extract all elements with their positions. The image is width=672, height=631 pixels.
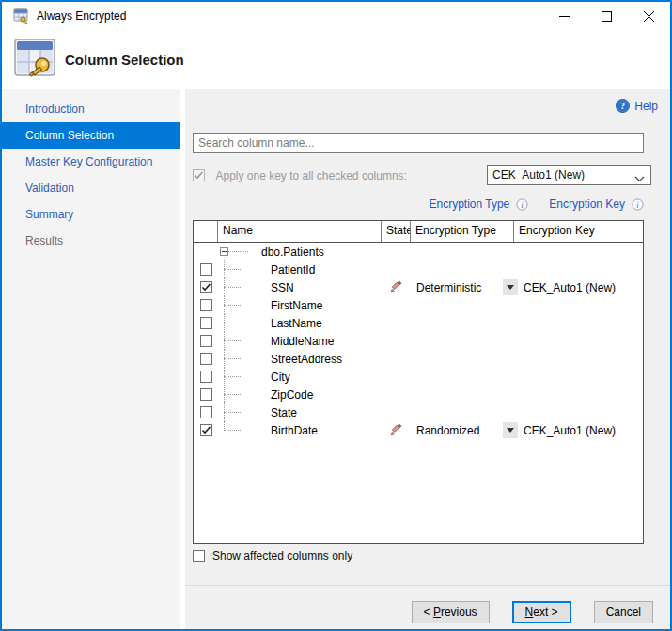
column-name: BirthDate (271, 424, 318, 437)
titlebar: Always Encrypted (2, 2, 670, 31)
encryption-key-value: CEK_Auto1 (New) (514, 281, 616, 294)
cancel-button[interactable]: Cancel (594, 601, 653, 623)
minimize-button[interactable] (543, 2, 586, 31)
footer-buttons: < Previous Next > Cancel (185, 601, 670, 623)
sidebar-item-master-key-configuration[interactable]: Master Key Configuration (2, 149, 180, 175)
pencil-icon (390, 424, 402, 436)
table-row-birthdate: BirthDate RandomizedCEK_Auto1 (New) (194, 421, 643, 439)
show-affected-row: Show affected columns only (193, 549, 352, 562)
close-button[interactable] (628, 2, 670, 31)
cek-dropdown[interactable]: CEK_Auto1 (New) (487, 165, 651, 185)
column-name: LastName (271, 317, 322, 330)
previous-button[interactable]: < Previous (412, 601, 490, 623)
column-checkbox-city[interactable] (200, 371, 212, 383)
sidebar-item-validation[interactable]: Validation (2, 175, 180, 201)
maximize-button[interactable] (586, 2, 628, 31)
encryption-key-link[interactable]: Encryption Key (549, 197, 625, 211)
column-selection-panel: ? Help Apply one key to all checked colu… (185, 89, 670, 629)
sidebar-item-summary[interactable]: Summary (2, 201, 180, 228)
column-checkbox-firstname[interactable] (200, 299, 212, 311)
pencil-icon (390, 281, 402, 293)
always-encrypted-window: Always Encrypted (0, 0, 672, 631)
sidebar-item-column-selection[interactable]: Column Selection (2, 122, 180, 149)
show-affected-checkbox[interactable] (193, 550, 205, 562)
table-row-middlename: MiddleName (194, 332, 643, 350)
table-row-state: State (194, 403, 643, 421)
encryption-key-value: CEK_Auto1 (New) (514, 424, 616, 437)
col-header-state: State (382, 221, 411, 242)
help-link[interactable]: ? Help (616, 99, 658, 113)
column-name: State (271, 406, 297, 419)
group-name: dbo.Patients (261, 245, 324, 259)
table-row-ssn: SSN DeterministicCEK_Auto1 (New) (194, 278, 643, 296)
wizard-steps-nav: IntroductionColumn SelectionMaster Key C… (2, 89, 180, 629)
table-row-patientid: PatientId (194, 260, 643, 278)
help-icon: ? (616, 99, 630, 113)
table-row-city: City (194, 368, 643, 386)
search-input[interactable] (193, 133, 644, 153)
column-name: StreetAddress (271, 353, 342, 366)
column-name: PatientId (271, 263, 315, 276)
apply-key-label: Apply one key to all checked columns: (215, 169, 406, 182)
column-checkbox-lastname[interactable] (200, 317, 212, 329)
table-group-row: dbo.Patients (194, 243, 643, 260)
sidebar-item-results: Results (2, 228, 180, 254)
column-checkbox-streetaddress[interactable] (200, 353, 212, 365)
encryption-type-value: Randomized (411, 424, 479, 437)
col-header-checkbox (194, 221, 218, 242)
encryption-type-value: Deterministic (411, 281, 481, 294)
apply-key-row: Apply one key to all checked columns: CE… (193, 166, 670, 187)
column-header-links: Encryption Type i Encryption Key i (429, 197, 644, 211)
sidebar-item-introduction[interactable]: Introduction (2, 96, 180, 122)
svg-text:?: ? (620, 102, 625, 111)
col-header-name: Name (218, 221, 382, 242)
collapse-icon[interactable] (220, 247, 228, 256)
table-key-icon (13, 38, 57, 85)
column-name: City (271, 371, 290, 384)
show-affected-label: Show affected columns only (212, 549, 352, 562)
next-button[interactable]: Next > (512, 601, 571, 623)
table-row-streetaddress: StreetAddress (194, 350, 643, 368)
columns-table: Name State Encryption Type Encryption Ke… (193, 220, 644, 544)
encryption-type-info-icon[interactable]: i (516, 198, 528, 211)
column-checkbox-patientid[interactable] (200, 263, 212, 276)
cek-dropdown-value: CEK_Auto1 (New) (492, 168, 585, 181)
table-row-zipcode: ZipCode (194, 386, 643, 403)
column-name: MiddleName (271, 335, 334, 348)
column-checkbox-birthdate[interactable] (200, 424, 212, 436)
columns-table-header: Name State Encryption Type Encryption Ke… (194, 221, 643, 243)
col-header-encryption-key: Encryption Key (514, 221, 643, 242)
col-header-encryption-type: Encryption Type (411, 221, 514, 242)
chevron-down-icon (634, 172, 645, 185)
encryption-key-info-icon[interactable]: i (632, 198, 644, 211)
column-checkbox-middlename[interactable] (200, 335, 212, 347)
page-title: Column Selection (65, 52, 184, 68)
column-checkbox-state[interactable] (200, 406, 212, 418)
column-checkbox-ssn[interactable] (200, 281, 212, 293)
encryption-type-link[interactable]: Encryption Type (429, 197, 509, 211)
column-checkbox-zipcode[interactable] (200, 388, 212, 401)
footer-divider (185, 585, 670, 586)
table-row-lastname: LastName (194, 314, 643, 332)
wizard-header: Column Selection (2, 31, 670, 89)
column-name: SSN (271, 281, 294, 294)
column-name: ZipCode (271, 388, 313, 402)
help-label: Help (634, 100, 658, 113)
app-table-key-icon (13, 8, 29, 24)
apply-key-checkbox (193, 169, 205, 181)
window-title: Always Encrypted (37, 2, 126, 31)
table-row-firstname: FirstName (194, 296, 643, 314)
column-name: FirstName (271, 299, 322, 312)
